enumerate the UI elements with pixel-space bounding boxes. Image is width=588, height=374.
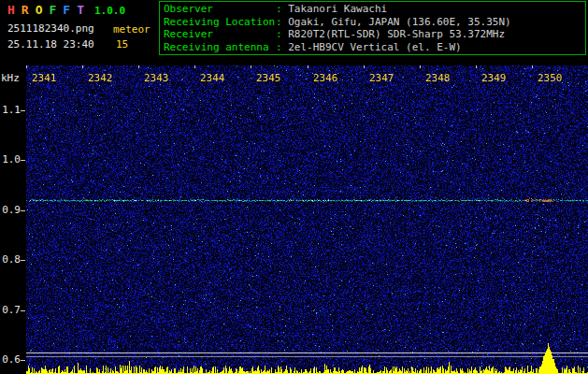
y-tick-mark <box>21 310 25 311</box>
title-letter: R <box>22 3 29 17</box>
y-tick-label: 1.0 <box>1 153 21 165</box>
station-info-row: Observer: Takanori Kawachi <box>164 3 581 16</box>
colon-separator: : <box>276 16 288 28</box>
station-info-label: Receiving antenna <box>164 41 276 54</box>
title-letter: T <box>77 3 84 17</box>
datetime-label: 25.11.18 23:40 <box>7 38 94 50</box>
hrofft-screen: HROFFT1.0.0 2511182340.png meteor 25.11.… <box>0 0 588 374</box>
y-tick-label: 1.1 <box>1 104 21 116</box>
station-info-panel: Observer: Takanori KawachiReceiving Loca… <box>159 1 586 55</box>
x-tick-label: 2349 <box>481 72 507 84</box>
colon-separator: : <box>276 28 288 40</box>
y-tick-label: 0.6 <box>1 353 21 366</box>
y-tick-mark <box>21 260 25 261</box>
x-tick-label: 2343 <box>144 72 169 84</box>
mode-label: meteor <box>113 23 151 36</box>
y-tick-label: 0.9 <box>1 204 21 216</box>
echo-count: 15 <box>116 38 128 50</box>
station-info-row: Receiving Location: Ogaki, Gifu, JAPAN (… <box>164 16 581 29</box>
station-info-value: Ogaki, Gifu, JAPAN (136.60E, 35.35N) <box>288 16 510 28</box>
app-version: 1.0.0 <box>94 5 125 17</box>
y-tick-mark <box>21 110 25 111</box>
title-letter: O <box>36 3 43 17</box>
y-tick-mark <box>21 360 25 361</box>
y-tick-mark <box>21 160 25 161</box>
title-letter: F <box>49 3 56 17</box>
x-tick-label: 2348 <box>425 72 451 84</box>
station-info-label: Receiver <box>164 28 276 41</box>
station-info-label: Observer <box>164 3 276 16</box>
x-tick-label: 2342 <box>88 72 113 84</box>
station-info-label: Receiving Location <box>164 16 276 29</box>
x-tick-label: 2346 <box>313 72 338 84</box>
x-tick-label: 2344 <box>200 72 225 84</box>
station-info-row: Receiving antenna: 2el-HB9CV Vertical (e… <box>164 41 581 54</box>
app-title: HROFFT1.0.0 <box>7 3 125 17</box>
spectrogram-canvas <box>26 65 588 374</box>
station-info-value: R820T2(RTL-SDR) SDR-Sharp 53.372MHz <box>288 28 505 40</box>
title-letter: F <box>63 3 70 17</box>
title-letter: H <box>7 3 15 17</box>
colon-separator: : <box>276 3 288 15</box>
x-tick-label: 2341 <box>32 72 57 84</box>
x-tick-label: 2350 <box>538 72 563 84</box>
station-info-row: Receiver: R820T2(RTL-SDR) SDR-Sharp 53.3… <box>164 28 581 41</box>
station-info-value: Takanori Kawachi <box>288 3 387 15</box>
colon-separator: : <box>276 41 288 53</box>
y-tick-label: 0.8 <box>1 253 21 266</box>
y-tick-mark <box>21 210 25 211</box>
station-info-value: 2el-HB9CV Vertical (el. E-W) <box>288 41 461 53</box>
x-tick-label: 2347 <box>369 72 394 84</box>
y-axis-unit: kHz <box>1 72 20 84</box>
app-title-letters: HROFFT <box>7 3 91 17</box>
x-tick-label: 2345 <box>256 72 281 84</box>
output-filename: 2511182340.png <box>7 22 94 35</box>
y-tick-label: 0.7 <box>1 304 21 316</box>
